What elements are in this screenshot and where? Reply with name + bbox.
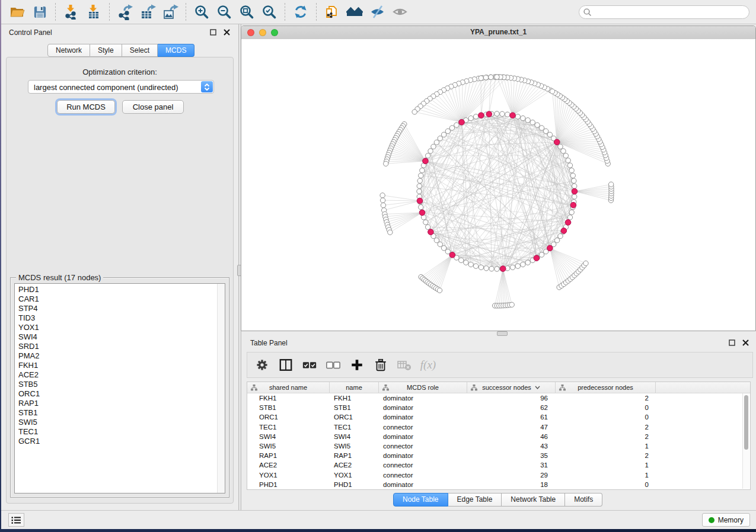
float-panel-icon[interactable] — [729, 339, 735, 346]
cell-mcds-role: dominator — [379, 433, 467, 440]
table-row[interactable]: RAP1 RAP1 dominator 35 2 — [247, 451, 750, 460]
tab-edge-table[interactable]: Edge Table — [448, 493, 502, 507]
list-item[interactable]: GCR1 — [18, 437, 40, 446]
close-panel-icon[interactable] — [224, 29, 230, 36]
application-window: Control Panel Network Style Select MCDS … — [1, 0, 756, 529]
import-network-button[interactable] — [60, 2, 82, 22]
minimize-window-icon[interactable] — [259, 29, 266, 36]
list-item[interactable]: SWI4 — [18, 332, 40, 342]
table-header-row: shared name name MCDS role — [247, 382, 750, 393]
cell-name: ORC1 — [330, 414, 379, 421]
clone-network-button[interactable] — [321, 2, 343, 22]
list-item[interactable]: TEC1 — [18, 427, 40, 437]
export-network-button[interactable] — [114, 2, 136, 22]
search-input[interactable] — [594, 8, 745, 17]
open-file-button[interactable] — [6, 2, 28, 22]
list-item[interactable]: TID3 — [18, 313, 40, 323]
table-tab-bar: Node Table Edge Table Network Table Moti… — [393, 493, 602, 507]
column-header-shared-name[interactable]: shared name — [247, 382, 330, 393]
table-settings-button[interactable] — [254, 357, 270, 373]
tab-network-table[interactable]: Network Table — [502, 493, 565, 507]
zoom-out-button[interactable] — [213, 2, 235, 22]
criterion-select[interactable]: largest connected component (undirected) — [28, 80, 214, 94]
close-window-icon[interactable] — [247, 29, 254, 36]
save-session-button[interactable] — [28, 2, 51, 22]
column-label: name — [346, 384, 362, 391]
list-item[interactable]: CAR1 — [18, 294, 40, 304]
list-item[interactable]: SWI5 — [18, 418, 40, 427]
add-column-button[interactable] — [349, 357, 365, 373]
function-builder-button[interactable]: f(x) — [420, 357, 436, 373]
column-header-name[interactable]: name — [330, 382, 379, 393]
list-item[interactable]: RAP1 — [18, 399, 40, 408]
export-table-button[interactable] — [136, 2, 159, 22]
mcds-result-list[interactable]: PHD1 CAR1 STP4 TID3 YOX1 SWI4 SRD1 PMA2 … — [14, 283, 225, 493]
status-menu-button[interactable] — [8, 513, 24, 527]
table-row[interactable]: YOX1 YOX1 connector 29 1 — [247, 470, 750, 480]
tab-motifs[interactable]: Motifs — [565, 493, 602, 507]
table-scrollbar-thumb[interactable] — [744, 395, 748, 450]
list-item[interactable]: STB5 — [18, 380, 40, 389]
network-window-titlebar[interactable]: YPA_prune.txt_1 — [241, 26, 755, 40]
list-item[interactable]: ACE2 — [18, 370, 40, 380]
show-columns-button[interactable] — [278, 357, 294, 373]
table-row[interactable]: SWI5 SWI5 connector 43 1 — [247, 441, 750, 451]
list-item[interactable]: FKH1 — [18, 361, 40, 370]
tab-mcds[interactable]: MCDS — [158, 44, 194, 57]
column-header-mcds-role[interactable]: MCDS role — [379, 382, 467, 393]
import-table-button[interactable] — [82, 2, 105, 22]
list-item[interactable]: ORC1 — [18, 389, 40, 399]
tab-network[interactable]: Network — [47, 44, 90, 57]
export-image-button[interactable] — [159, 2, 181, 22]
cell-mcds-role: dominator — [379, 395, 467, 402]
refresh-button[interactable] — [289, 2, 312, 22]
cell-shared-name: FKH1 — [247, 395, 330, 402]
list-item[interactable]: YOX1 — [18, 323, 40, 332]
list-scrollbar[interactable] — [217, 284, 225, 493]
tab-select[interactable]: Select — [122, 44, 158, 57]
deselect-all-button[interactable] — [326, 357, 341, 373]
export-network-icon — [117, 4, 133, 20]
memory-button[interactable]: Memory — [702, 513, 750, 527]
close-panel-button[interactable]: Close panel — [122, 100, 184, 114]
list-menu-icon — [11, 516, 21, 524]
zoom-selected-button[interactable] — [258, 2, 280, 22]
list-item[interactable]: STP4 — [18, 304, 40, 313]
table-row[interactable]: ACE2 ACE2 connector 31 1 — [247, 460, 750, 470]
tab-node-table[interactable]: Node Table — [393, 493, 448, 507]
close-panel-icon[interactable] — [742, 339, 749, 346]
window-controls — [247, 29, 278, 36]
list-item[interactable]: STB1 — [18, 408, 40, 418]
maximize-window-icon[interactable] — [271, 29, 278, 36]
delete-column-button[interactable] — [373, 357, 388, 373]
table-row[interactable]: FKH1 FKH1 dominator 96 2 — [247, 393, 750, 403]
first-neighbors-button[interactable] — [343, 2, 366, 22]
cell-predecessor-nodes: 1 — [556, 443, 656, 450]
delete-table-button[interactable] — [397, 357, 412, 373]
table-row[interactable]: PHD1 PHD1 dominator 18 0 — [247, 480, 750, 489]
network-canvas[interactable] — [241, 39, 755, 331]
list-item[interactable]: SRD1 — [18, 342, 40, 351]
table-row[interactable]: SWI4 SWI4 dominator 46 2 — [247, 432, 750, 441]
hide-selected-button[interactable] — [366, 2, 388, 22]
table-row[interactable]: TEC1 TEC1 connector 47 2 — [247, 422, 750, 432]
cell-name: YOX1 — [330, 472, 379, 479]
column-header-successor-nodes[interactable]: successor nodes — [467, 382, 556, 393]
tab-style[interactable]: Style — [90, 44, 122, 57]
select-all-button[interactable] — [302, 357, 317, 373]
column-header-predecessor-nodes[interactable]: predecessor nodes — [556, 382, 656, 393]
search-field[interactable] — [579, 5, 749, 19]
documents-share-icon — [324, 4, 340, 20]
zoom-in-button[interactable] — [190, 2, 213, 22]
table-row[interactable]: STB1 STB1 dominator 62 0 — [247, 403, 750, 412]
list-item[interactable]: PHD1 — [18, 285, 40, 294]
float-panel-icon[interactable] — [210, 29, 216, 36]
list-item[interactable]: PMA2 — [18, 351, 40, 361]
network-graph[interactable] — [241, 39, 755, 331]
run-mcds-button[interactable]: Run MCDS — [57, 100, 115, 114]
table-row[interactable]: ORC1 ORC1 dominator 61 0 — [247, 412, 750, 422]
zoom-fit-button[interactable] — [235, 2, 258, 22]
gear-icon — [255, 358, 269, 372]
table-scrollbar[interactable] — [742, 393, 749, 489]
show-hidden-button[interactable] — [388, 2, 411, 22]
